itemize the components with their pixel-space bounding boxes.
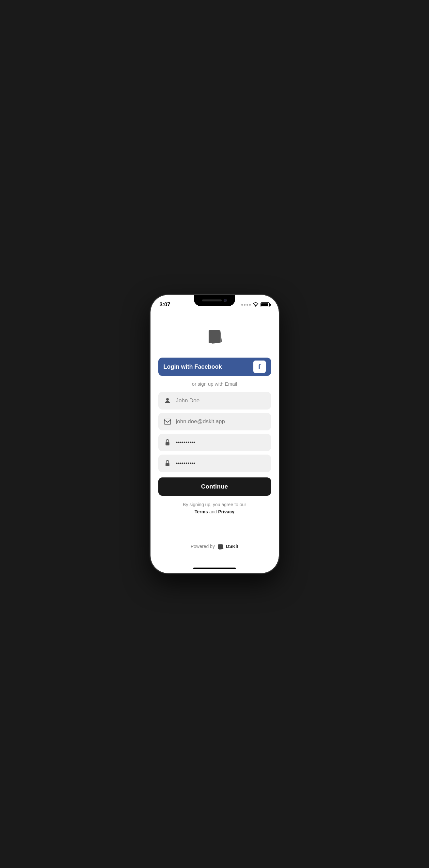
status-icons (241, 302, 270, 307)
notch (194, 295, 235, 306)
confirm-lock-icon (163, 459, 172, 468)
home-indicator (151, 563, 279, 573)
facebook-login-button[interactable]: Login with Facebook f (158, 358, 271, 376)
facebook-login-label: Login with Facebook (163, 364, 222, 370)
brand-name: DSKit (226, 544, 238, 549)
svg-rect-6 (165, 442, 170, 445)
password-input[interactable] (176, 439, 267, 446)
email-icon (163, 417, 172, 426)
email-input[interactable] (176, 418, 267, 425)
notch-camera (224, 299, 227, 302)
legal-prefix: By signing up, you agree to our (183, 502, 246, 507)
dskit-logo-icon (217, 543, 224, 550)
terms-link[interactable]: Terms (194, 509, 208, 514)
signal-dot-3 (246, 304, 248, 306)
app-logo-icon (204, 325, 225, 346)
legal-text: By signing up, you agree to our Terms an… (183, 501, 246, 516)
signal-dot-2 (244, 304, 246, 306)
signal-dots (241, 304, 251, 306)
name-input-row (158, 392, 271, 409)
wifi-icon (253, 302, 258, 307)
password-input-row (158, 434, 271, 451)
phone-screen: 3:07 (151, 295, 279, 573)
main-content: Login with Facebook f or sign up with Em… (151, 312, 279, 563)
battery-icon (261, 302, 270, 307)
confirm-password-input[interactable] (176, 460, 267, 467)
continue-button[interactable]: Continue (158, 477, 271, 496)
status-time: 3:07 (160, 302, 171, 308)
powered-by-logo: DSKit (217, 543, 238, 550)
signal-dot-1 (241, 304, 243, 306)
separator-text: or sign up with Email (192, 381, 237, 386)
powered-by-text: Powered by (191, 544, 215, 549)
person-icon (163, 396, 172, 405)
phone-frame: 3:07 (151, 295, 279, 573)
logo-container (204, 325, 225, 347)
svg-rect-3 (209, 330, 220, 343)
privacy-link[interactable]: Privacy (218, 509, 235, 514)
svg-rect-5 (164, 419, 171, 424)
signal-dot-4 (249, 304, 251, 306)
facebook-icon: f (253, 361, 266, 373)
svg-rect-10 (218, 545, 223, 549)
svg-point-0 (255, 306, 256, 307)
svg-point-4 (166, 398, 169, 401)
lock-icon (163, 438, 172, 447)
battery-fill (261, 303, 268, 306)
home-bar (193, 567, 236, 569)
confirm-password-input-row (158, 455, 271, 472)
svg-rect-7 (165, 463, 170, 466)
name-input[interactable] (176, 397, 267, 404)
notch-speaker (202, 300, 222, 302)
legal-conjunction: and (209, 509, 217, 514)
powered-by: Powered by DSKit (191, 543, 238, 550)
input-group (158, 392, 271, 472)
email-input-row (158, 413, 271, 430)
